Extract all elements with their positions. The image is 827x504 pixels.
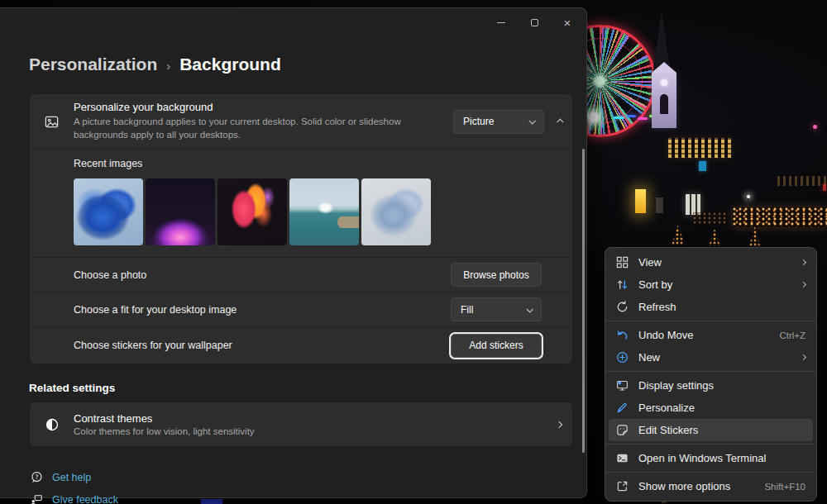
choose-stickers-row: Choose stickers for your wallpaper Add s… — [30, 326, 572, 364]
fairy-lights-dim — [693, 212, 728, 225]
grid-icon — [615, 256, 629, 269]
recent-image-thumbnail-3[interactable] — [218, 178, 287, 245]
contrast-themes-card[interactable]: Contrast themes Color themes for low vis… — [29, 402, 573, 447]
feedback-icon — [30, 493, 43, 504]
neon-light — [638, 117, 648, 120]
choose-fit-row: Choose a fit for your desktop image Fill — [30, 292, 572, 326]
recent-image-thumbnail-4[interactable] — [289, 178, 359, 245]
recent-images-list — [74, 178, 572, 245]
add-stickers-button[interactable]: Add stickers — [451, 334, 542, 358]
menu-item-sort-by[interactable]: Sort by — [609, 273, 813, 296]
menu-item-edit-stickers[interactable]: Edit Stickers — [609, 419, 813, 441]
menu-item-label: Show more options — [638, 480, 730, 492]
get-help-link[interactable]: ? Get help — [30, 471, 91, 484]
background-type-dropdown[interactable]: Picture — [453, 110, 544, 134]
maximize-icon — [531, 19, 538, 26]
menu-item-open-in-windows-terminal[interactable]: Open in Windows Terminal — [609, 447, 813, 469]
background-type-value: Picture — [463, 116, 494, 127]
menu-separator — [606, 472, 815, 473]
yellow-light-sign — [635, 189, 646, 213]
fit-dropdown[interactable]: Fill — [451, 297, 542, 321]
screen: × Personalization › Background Personali… — [0, 0, 827, 504]
terminal-icon — [615, 452, 629, 464]
personalize-background-row[interactable]: Personalize your background A picture ba… — [30, 94, 572, 149]
image-icon — [30, 114, 74, 130]
lit-building-windows-dim — [777, 176, 827, 186]
menu-item-show-more-options[interactable]: Show more options Shift+F10 — [609, 475, 813, 497]
breadcrumb-personalization[interactable]: Personalization — [29, 55, 157, 74]
breadcrumb: Personalization › Background — [29, 55, 281, 74]
help-icon: ? — [30, 471, 43, 484]
background-settings-card: Personalize your background A picture ba… — [29, 93, 573, 364]
close-button[interactable]: × — [551, 11, 584, 34]
menu-shortcut: Ctrl+Z — [779, 330, 805, 340]
choose-photo-row: Choose a photo Browse photos — [30, 257, 572, 292]
browse-photos-label: Browse photos — [463, 269, 528, 281]
setting-title: Personalize your background — [74, 101, 453, 113]
menu-item-new[interactable]: New — [609, 346, 813, 368]
menu-item-view[interactable]: View — [609, 251, 813, 273]
menu-item-personalize[interactable]: Personalize — [609, 397, 813, 419]
personalize-background-text: Personalize your background A picture ba… — [74, 101, 453, 141]
display-settings-icon — [615, 379, 629, 392]
recent-images-section: Recent images — [30, 149, 572, 257]
menu-item-refresh[interactable]: Refresh — [609, 296, 813, 318]
give-feedback-link[interactable]: Give feedback — [30, 493, 118, 504]
new-icon — [615, 351, 629, 364]
menu-item-label: Display settings — [638, 379, 714, 392]
titlebar[interactable]: × — [0, 8, 586, 38]
choose-photo-label: Choose a photo — [74, 269, 146, 281]
browse-photos-button[interactable]: Browse photos — [451, 263, 542, 287]
menu-item-label: Sort by — [638, 278, 672, 291]
header-controls: Picture — [453, 110, 563, 134]
settings-window: × Personalization › Background Personali… — [0, 7, 587, 498]
window-controls: × — [485, 11, 584, 34]
church-clock — [661, 79, 667, 86]
taskbar-peek-light — [201, 499, 222, 504]
lit-building-windows — [668, 138, 731, 158]
minimize-button[interactable] — [485, 11, 518, 34]
menu-item-display-settings[interactable]: Display settings — [609, 374, 813, 397]
add-stickers-label: Add stickers — [469, 340, 523, 351]
submenu-chevron-icon — [801, 354, 806, 360]
breadcrumb-separator: › — [166, 59, 170, 73]
neon-light — [614, 116, 624, 119]
maximize-button[interactable] — [518, 11, 551, 34]
submenu-chevron-icon — [801, 259, 806, 265]
church-window — [660, 94, 668, 114]
chevron-right-icon — [556, 421, 562, 427]
minimize-icon — [497, 22, 505, 23]
lit-tree — [709, 229, 720, 246]
menu-item-label: Open in Windows Terminal — [638, 452, 766, 464]
cyan-window-light — [699, 161, 706, 171]
stickers-icon — [615, 424, 629, 436]
fairy-lights-wall — [733, 207, 827, 227]
chevron-down-icon — [528, 117, 535, 124]
menu-item-label: Undo Move — [638, 329, 693, 341]
menu-separator — [606, 444, 815, 445]
menu-item-label: Personalize — [638, 402, 695, 414]
contrast-themes-text: Contrast themes Color themes for low vis… — [74, 412, 557, 436]
fit-value: Fill — [461, 304, 473, 316]
recent-image-thumbnail-1[interactable] — [74, 178, 143, 245]
page-title: Background — [179, 55, 281, 74]
scrollbar[interactable] — [582, 149, 585, 453]
collapse-chevron-icon[interactable] — [557, 118, 563, 125]
get-help-label: Get help — [52, 472, 91, 483]
church-tower — [652, 73, 676, 128]
recent-image-thumbnail-5[interactable] — [361, 178, 431, 245]
contrast-themes-description: Color themes for low vision, light sensi… — [74, 426, 557, 436]
menu-item-label: Edit Stickers — [638, 424, 698, 436]
menu-item-undo-move[interactable]: Undo Move Ctrl+Z — [609, 324, 813, 346]
menu-item-label: New — [638, 351, 660, 364]
recent-image-thumbnail-2[interactable] — [146, 178, 215, 245]
related-settings-heading: Related settings — [29, 382, 115, 394]
red-light — [823, 184, 826, 191]
contrast-icon — [30, 417, 74, 432]
pink-light — [813, 125, 817, 129]
close-icon: × — [564, 17, 571, 29]
recent-images-label: Recent images — [74, 158, 572, 169]
choose-fit-label: Choose a fit for your desktop image — [74, 304, 237, 316]
more-options-icon — [615, 480, 629, 492]
undo-icon — [615, 329, 629, 341]
